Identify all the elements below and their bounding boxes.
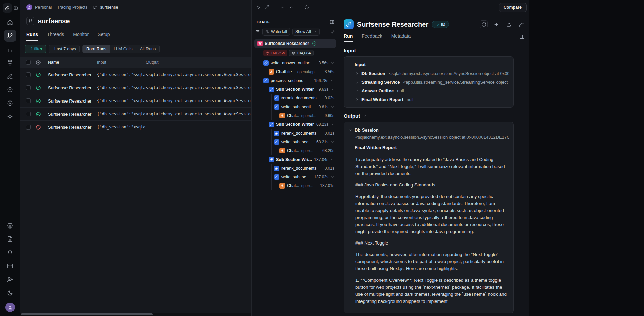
row-checkbox[interactable]	[26, 125, 31, 130]
input-field-row[interactable]: Streaming Service<app.utils.streaming_se…	[349, 78, 509, 86]
rail-theme-button[interactable]	[4, 287, 16, 299]
loading-spinner-icon	[304, 5, 309, 10]
close-drawer-icon[interactable]	[256, 5, 261, 10]
input-field-row[interactable]: Answer Outlinenull	[349, 86, 509, 95]
input-field-row[interactable]: Final Written Reportnull	[349, 95, 509, 104]
workspace-avatar[interactable]	[26, 4, 32, 10]
table-row[interactable]: Surfsense Researcher {"db_session":"<sql…	[20, 121, 251, 134]
trace-node[interactable]: Sub Section Writer 68.23s	[254, 120, 336, 129]
duration-label: 0.01s	[325, 131, 334, 136]
trace-node[interactable]: Sub Section Writer 9.63s	[254, 85, 336, 94]
tree-guide-line	[271, 164, 272, 173]
tab-monitor[interactable]: Monitor	[73, 30, 89, 41]
report-paragraph: ### Java Basics and Coding Standards	[355, 182, 507, 189]
trace-node-root[interactable]: Surfsense Researcher	[254, 39, 336, 48]
duration-label: 156.78s	[314, 78, 328, 83]
annotate-button[interactable]	[517, 20, 525, 28]
tab-threads[interactable]: Threads	[47, 30, 64, 41]
trace-node[interactable]: Sub Section Wri... 137.04s	[254, 155, 336, 164]
user-avatar[interactable]	[5, 303, 15, 312]
trace-node[interactable]: rerank_documents 0.01s	[254, 129, 336, 138]
row-checkbox[interactable]	[26, 85, 31, 90]
scrollbar-thumb[interactable]	[21, 313, 153, 315]
filter-button[interactable]: 1 filter	[25, 45, 46, 53]
date-range-button[interactable]: Last 7 days	[49, 45, 80, 53]
rail-docs-button[interactable]	[4, 233, 16, 245]
table-row[interactable]: Surfsense Researcher {"db_session":"<sql…	[20, 68, 251, 81]
waterfall-view-button[interactable]: Waterfall	[262, 28, 290, 36]
status-column-icon[interactable]	[36, 60, 41, 65]
chevron-down-icon	[349, 63, 352, 66]
row-checkbox[interactable]	[26, 72, 31, 77]
trace-node[interactable]: Chat... openai... 9.60s	[254, 111, 336, 120]
share-button[interactable]	[505, 20, 513, 28]
table-row[interactable]: Surfsense Researcher {"db_session":"<sql…	[20, 94, 251, 108]
tree-guide-line	[261, 85, 261, 94]
detail-tab-run[interactable]: Run	[344, 31, 353, 42]
langsmith-logo[interactable]	[3, 3, 12, 13]
rail-home-button[interactable]	[4, 16, 16, 28]
select-all-checkbox[interactable]	[26, 60, 31, 65]
column-header-name[interactable]: Name	[48, 60, 97, 65]
compare-button[interactable]: Compare	[499, 3, 527, 12]
trace-panel-toggle-icon[interactable]	[330, 20, 334, 24]
rail-playground-button[interactable]	[4, 97, 16, 109]
rail-invite-button[interactable]	[4, 274, 16, 286]
row-checkbox[interactable]	[26, 112, 31, 116]
horizontal-scrollbar[interactable]	[20, 313, 251, 316]
link-icon	[274, 104, 279, 110]
input-field-row[interactable]: Db Session<sqlalchemy.ext.asyncio.sessio…	[349, 69, 509, 78]
rail-prompts-button[interactable]	[4, 84, 16, 96]
show-all-dropdown[interactable]: Show All	[292, 28, 320, 36]
breadcrumb-project[interactable]: surfsense	[100, 5, 118, 10]
segment-root-runs[interactable]: Root Runs	[83, 45, 110, 53]
next-run-chevron-up-icon[interactable]	[289, 5, 294, 10]
breadcrumb-tracing-projects[interactable]: Tracing Projects	[57, 5, 87, 10]
sidebar-toggle-icon[interactable]	[14, 6, 18, 10]
trace-node[interactable]: rerank_documents 0.01s	[254, 164, 336, 173]
detail-panel-toggle-icon[interactable]	[519, 34, 525, 39]
rail-settings-button[interactable]	[4, 220, 16, 232]
expand-fullscreen-icon[interactable]	[265, 5, 269, 10]
rail-dashboards-button[interactable]	[4, 43, 16, 55]
rail-tracing-button[interactable]	[4, 30, 16, 42]
output-key-row[interactable]: Final Written Report	[349, 143, 509, 152]
column-header-output[interactable]: Output	[146, 60, 251, 65]
trace-node[interactable]: write_sub_sec... 68.21s	[254, 138, 336, 146]
input-root-row[interactable]: Input	[349, 60, 509, 69]
trace-node[interactable]: write_answer_outline 3.56s	[254, 59, 336, 67]
prev-run-chevron-down-icon[interactable]	[280, 5, 285, 10]
run-id-badge[interactable]: ID	[432, 21, 449, 28]
trace-node[interactable]: process_sections 156.78s	[254, 76, 336, 85]
rail-mail-button[interactable]	[4, 260, 16, 272]
input-section-toggle[interactable]: Input	[344, 48, 514, 53]
segment-all-runs[interactable]: All Runs	[136, 45, 160, 53]
rail-annotations-button[interactable]	[4, 70, 16, 82]
tab-setup[interactable]: Setup	[98, 30, 110, 41]
rail-deployments-button[interactable]	[4, 111, 16, 123]
breadcrumb-personal[interactable]: Personal	[35, 5, 52, 10]
collapse-all-icon[interactable]	[330, 29, 335, 34]
detail-tab-feedback[interactable]: Feedback	[361, 31, 382, 42]
segment-llm-calls[interactable]: LLM Calls	[110, 45, 136, 53]
rail-notifications-button[interactable]	[4, 247, 16, 259]
row-checkbox[interactable]	[26, 98, 31, 103]
rail-datasets-button[interactable]	[4, 57, 16, 69]
trace-node[interactable]: Chat... open... 137.01s	[254, 181, 336, 190]
trace-node[interactable]: write_sub_se... 137.02s	[254, 173, 336, 181]
tab-runs[interactable]: Runs	[26, 30, 38, 41]
trace-node[interactable]: write_sub_secti... 9.61s	[254, 103, 336, 111]
trace-node[interactable]: rerank_documents 0.02s	[254, 94, 336, 103]
table-row[interactable]: Surfsense Researcher {"db_session":"<sql…	[20, 81, 251, 94]
add-to-dataset-button[interactable]	[492, 20, 500, 28]
trace-filter-icon[interactable]	[255, 29, 260, 34]
output-section-toggle[interactable]: Output	[344, 113, 514, 119]
output-key-row[interactable]: Db Session	[349, 125, 509, 134]
table-row[interactable]: Surfsense Researcher {"db_session":"<sql…	[20, 108, 251, 121]
column-header-input[interactable]: Input	[97, 60, 146, 65]
link-icon	[269, 87, 274, 92]
trace-node[interactable]: Chat... open... 68.20s	[254, 146, 336, 155]
rerun-button[interactable]	[480, 20, 488, 28]
detail-tab-metadata[interactable]: Metadata	[391, 31, 411, 42]
trace-node[interactable]: ChatLite... openai/gp... 3.56s	[254, 67, 336, 76]
